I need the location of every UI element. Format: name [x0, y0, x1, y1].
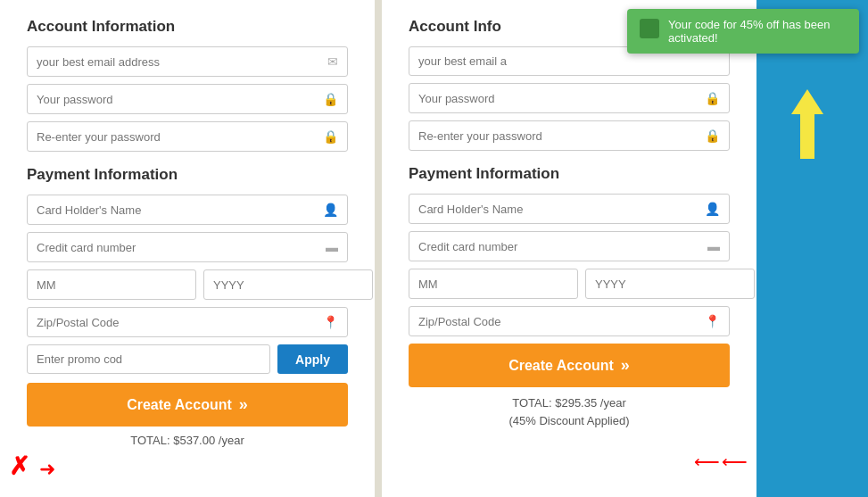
right-person-icon: 👤: [705, 202, 720, 216]
left-promo-row: Apply: [27, 344, 348, 374]
left-panel: Account Information ✉ 🔒 🔒 Payment Inform…: [0, 0, 375, 497]
left-password-field[interactable]: 🔒: [27, 84, 348, 114]
right-section: Your code for 45% off has been activated…: [382, 0, 868, 497]
right-email-input[interactable]: [418, 54, 720, 68]
right-total: TOTAL: $295.35 /year: [512, 396, 625, 410]
right-cc-field[interactable]: ▬: [409, 231, 730, 261]
left-zip-field[interactable]: 📍: [27, 307, 348, 337]
left-reenter-input[interactable]: [37, 130, 319, 144]
right-create-account-button[interactable]: Create Account »: [409, 344, 730, 387]
right-lock2-icon: 🔒: [705, 128, 720, 143]
left-promo-input[interactable]: [37, 352, 260, 366]
lock2-icon: 🔒: [323, 129, 338, 144]
right-discount: (45% Discount Applied): [508, 414, 629, 427]
left-total: TOTAL: $537.00 /year: [27, 434, 348, 447]
left-mm-field[interactable]: [27, 269, 196, 300]
card-icon: ▬: [326, 240, 338, 254]
left-create-account-button[interactable]: Create Account »: [27, 383, 348, 427]
left-email-input[interactable]: [37, 55, 324, 69]
left-email-field[interactable]: ✉: [27, 46, 348, 77]
right-mm-field[interactable]: [409, 269, 578, 299]
left-cc-field[interactable]: ▬: [27, 232, 348, 262]
right-mm-input[interactable]: [418, 277, 568, 291]
left-payment-title: Payment Information: [27, 166, 348, 184]
right-yyyy-field[interactable]: [585, 269, 755, 299]
left-account-title: Account Information: [27, 18, 348, 36]
email-icon: ✉: [327, 54, 338, 69]
left-date-row: ▬: [27, 269, 348, 307]
lock-icon: 🔒: [323, 92, 338, 106]
left-red-arrow: ➜: [39, 458, 55, 481]
right-reenter-input[interactable]: [418, 129, 701, 143]
right-zip-field[interactable]: 📍: [409, 306, 730, 336]
right-red-arrow: ⟵ ⟵: [694, 451, 748, 472]
cross-mark: ✗: [9, 451, 29, 481]
left-yyyy-field[interactable]: [203, 269, 373, 300]
right-lock-icon: 🔒: [705, 91, 720, 105]
left-zip-input[interactable]: [37, 316, 319, 329]
left-cardholder-field[interactable]: 👤: [27, 195, 348, 225]
right-card-icon: ▬: [707, 239, 720, 253]
left-cardholder-input[interactable]: [37, 203, 319, 217]
right-zip-input[interactable]: [418, 315, 701, 328]
left-promo-field[interactable]: [27, 344, 270, 374]
right-chevron-icon: »: [621, 356, 630, 375]
left-yyyy-input[interactable]: [213, 278, 363, 292]
right-cardholder-input[interactable]: [418, 203, 701, 216]
left-reenter-field[interactable]: 🔒: [27, 121, 348, 152]
arrow-head: [791, 89, 823, 114]
left-password-input[interactable]: [37, 93, 319, 106]
right-reenter-field[interactable]: 🔒: [409, 120, 730, 151]
person-icon: 👤: [323, 203, 338, 217]
right-password-input[interactable]: [418, 92, 701, 105]
right-cc-input[interactable]: [418, 240, 704, 253]
right-date-row: ▬: [409, 269, 730, 306]
blue-background: [756, 0, 868, 497]
right-panel: Account Info 🔒 🔒 Payment Information 👤 ▬: [382, 0, 756, 497]
right-total-wrapper: TOTAL: $295.35 /year (45% Discount Appli…: [409, 394, 730, 429]
right-cardholder-field[interactable]: 👤: [409, 194, 730, 224]
chevron-right-icon: »: [239, 395, 248, 414]
panel-divider: [375, 0, 382, 497]
left-create-label: Create Account: [127, 397, 232, 413]
right-location-icon: 📍: [705, 314, 720, 328]
notif-check-icon: [640, 19, 659, 38]
notification-text: Your code for 45% off has been activated…: [668, 18, 847, 45]
left-mm-input[interactable]: [37, 278, 186, 292]
notification-banner: Your code for 45% off has been activated…: [627, 9, 859, 54]
left-cc-input[interactable]: [37, 241, 322, 254]
right-password-field[interactable]: 🔒: [409, 83, 730, 113]
right-create-label: Create Account: [508, 358, 614, 374]
right-payment-title: Payment Information: [409, 165, 730, 183]
right-yyyy-input[interactable]: [595, 277, 745, 291]
location-icon: 📍: [323, 315, 338, 329]
arrow-body: [800, 114, 814, 159]
up-arrow: [791, 89, 823, 159]
apply-button[interactable]: Apply: [277, 344, 348, 374]
